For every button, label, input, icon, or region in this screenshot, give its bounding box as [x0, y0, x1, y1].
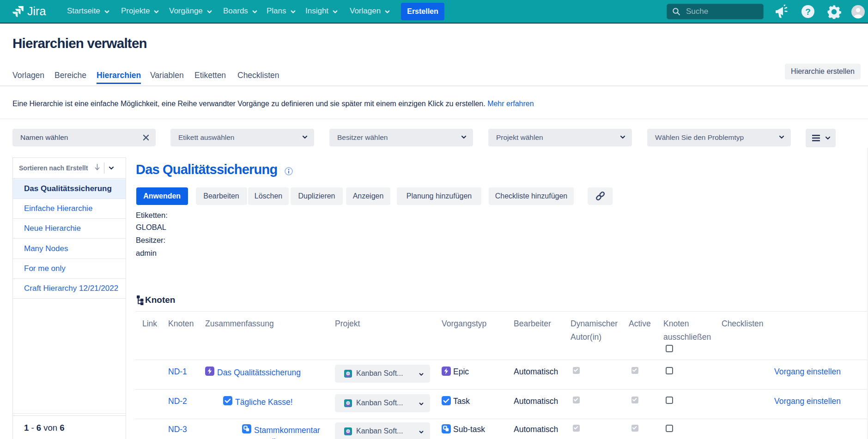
svg-text:?: ?	[805, 7, 811, 17]
